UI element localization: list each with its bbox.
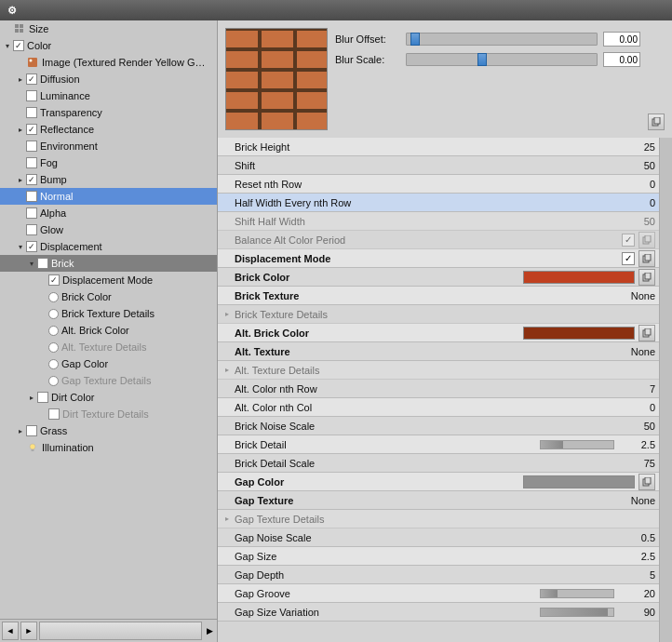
tree-item-alt-texture-details[interactable]: Alt. Texture Details [0, 339, 217, 355]
tree-item-displacement-mode[interactable]: Displacement Mode [0, 272, 217, 288]
tree-checkbox[interactable] [26, 140, 37, 152]
slider-track-0[interactable] [406, 33, 598, 46]
tree-item-size[interactable]: Size [0, 20, 217, 37]
tree-expand-arrow[interactable]: ▸ [15, 174, 26, 185]
svg-rect-3 [20, 29, 23, 33]
tree-item-brick-texture-details[interactable]: Brick Texture Details [0, 305, 217, 322]
tree-item-grass[interactable]: ▸Grass [0, 422, 217, 439]
prop-checkbox-5[interactable]: ✓ [622, 234, 635, 247]
tree-item-label: Brick Texture Details [61, 308, 155, 319]
tree-item-dirt-color[interactable]: ▸Dirt Color [0, 389, 217, 406]
tree-item-bump[interactable]: ▸Bump [0, 171, 217, 188]
tree-item-reflectance[interactable]: ▸Reflectance [0, 121, 217, 138]
tree-no-arrow [15, 107, 26, 118]
tree-expand-arrow[interactable]: ▸ [26, 392, 37, 403]
prop-color-swatch-10[interactable] [523, 327, 635, 340]
brick-pattern-visual [226, 29, 327, 129]
prop-slider-24[interactable] [540, 589, 614, 598]
slider-track-1[interactable] [406, 53, 598, 66]
tree-no-arrow [37, 308, 48, 319]
prop-copy-btn-10[interactable] [638, 325, 655, 341]
prop-number-15: 50 [618, 421, 655, 432]
tree-item-label: Transparency [40, 107, 102, 118]
tree-checkbox[interactable] [13, 40, 24, 51]
tree-expand-arrow[interactable]: ▾ [2, 40, 13, 51]
tree-item-dirt-texture-details[interactable]: Dirt Texture Details [0, 406, 217, 422]
tree-expand-arrow[interactable]: ▸ [15, 74, 26, 85]
tree-item-fog[interactable]: Fog [0, 154, 217, 171]
prop-row-9: ▸ Brick Texture Details [218, 305, 659, 324]
tree-item-illumination[interactable]: Illumination [0, 439, 217, 456]
svg-rect-17 [645, 328, 651, 335]
prop-copy-btn-5[interactable] [638, 232, 655, 248]
tree-checkbox[interactable] [26, 241, 37, 252]
tree-item-label: Dirt Color [51, 392, 94, 403]
tree-checkbox[interactable] [26, 74, 37, 85]
scroll-right-btn[interactable]: ► [20, 622, 37, 640]
tree-item-gap-color[interactable]: Gap Color [0, 355, 217, 372]
slider-thumb-0[interactable] [410, 33, 420, 46]
tree-radio[interactable] [48, 292, 59, 302]
tree-item-brick-color[interactable]: Brick Color [0, 288, 217, 305]
prop-name-4: Shift Half Width [233, 216, 618, 227]
prop-color-swatch-18[interactable] [523, 475, 635, 488]
tree-checkbox[interactable] [26, 224, 37, 235]
tree-radio[interactable] [48, 359, 59, 369]
tree-item-color[interactable]: ▾Color [0, 37, 217, 54]
tree-checkbox[interactable] [26, 90, 37, 101]
right-scrollbar[interactable] [659, 138, 672, 642]
tree-checkbox[interactable] [26, 174, 37, 185]
tree-expand-arrow[interactable]: ▾ [15, 241, 26, 252]
tree-item-glow[interactable]: Glow [0, 221, 217, 238]
tree-item-alpha[interactable]: Alpha [0, 205, 217, 221]
tree-checkbox[interactable] [37, 258, 48, 269]
tree-item-color-image[interactable]: Image (Textured Render Yellow G… [0, 54, 217, 71]
tree-expand-arrow[interactable]: ▸ [15, 425, 26, 436]
prop-checkbox-6[interactable]: ✓ [622, 252, 635, 265]
slider-thumb-1[interactable] [477, 53, 487, 66]
prop-row-20: ▸ Gap Texture Details [218, 510, 659, 528]
tree-item-luminance[interactable]: Luminance [0, 87, 217, 104]
tree-checkbox[interactable] [26, 107, 37, 118]
tree-expand-arrow[interactable]: ▾ [26, 258, 37, 269]
tree-item-displacement[interactable]: ▾Displacement [0, 238, 217, 255]
prop-copy-btn-7[interactable] [638, 269, 655, 286]
tree-item-environment[interactable]: Environment [0, 138, 217, 154]
tree-item-normal[interactable]: Normal [0, 188, 217, 205]
copy-button[interactable] [648, 114, 665, 130]
match-settings-button[interactable] [39, 622, 202, 640]
tree-item-label: Alpha [40, 207, 66, 219]
tree-radio[interactable] [48, 326, 59, 336]
tree-checkbox[interactable] [48, 274, 60, 286]
prop-expand-icon[interactable]: ▸ [222, 365, 233, 376]
tree-radio[interactable] [48, 376, 59, 386]
prop-copy-btn-6[interactable] [638, 250, 655, 267]
tree-checkbox[interactable] [26, 207, 37, 219]
prop-copy-btn-18[interactable] [638, 474, 655, 490]
prop-row-7: Brick Color [218, 268, 659, 287]
tree-item-brick[interactable]: ▾Brick [0, 255, 217, 272]
prop-expand-icon[interactable]: ▸ [222, 514, 233, 525]
prop-slider-25[interactable] [540, 608, 614, 617]
tree-radio[interactable] [48, 342, 59, 353]
tree-checkbox[interactable] [37, 392, 48, 403]
tree-expand-arrow[interactable]: ▸ [15, 124, 26, 135]
tree-checkbox[interactable] [26, 191, 37, 202]
prop-name-15: Brick Noise Scale [233, 421, 618, 432]
prop-slider-16[interactable] [540, 440, 614, 449]
tree-checkbox[interactable] [48, 408, 60, 420]
tree-item-alt-brick-color[interactable]: Alt. Brick Color [0, 322, 217, 339]
tree-item-transparency[interactable]: Transparency [0, 104, 217, 121]
prop-number-0: 25 [618, 141, 655, 153]
prop-color-swatch-7[interactable] [523, 271, 635, 284]
tree-checkbox[interactable] [26, 425, 37, 436]
img-icon [26, 56, 39, 69]
prop-expand-icon[interactable]: ▸ [222, 309, 233, 320]
tree-checkbox[interactable] [26, 157, 37, 168]
scroll-left-btn[interactable]: ◄ [2, 622, 19, 640]
sliders-area: Blur Offset: 0.00 Blur Scale: 0.00 [335, 28, 640, 130]
tree-item-gap-texture-details[interactable]: Gap Texture Details [0, 372, 217, 389]
tree-radio[interactable] [48, 309, 59, 319]
tree-item-diffusion[interactable]: ▸Diffusion [0, 71, 217, 87]
tree-checkbox[interactable] [26, 124, 37, 135]
